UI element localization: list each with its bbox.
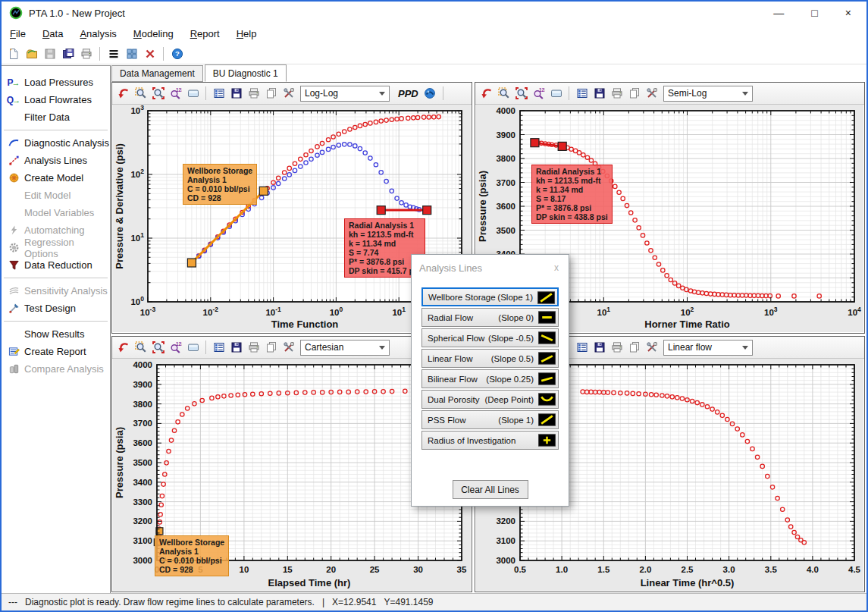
zoom-out-icon[interactable]: [150, 340, 166, 356]
analysis-line-button-bilinear-flow[interactable]: Bilinear Flow(Slope 0.25): [421, 369, 559, 388]
analysis-line-button-radius-of-investigation[interactable]: Radius of Investigation: [421, 431, 559, 450]
sidebar-item-create-model[interactable]: Create Model: [2, 169, 110, 187]
plot-options-icon[interactable]: [644, 86, 660, 102]
menu-report[interactable]: Report: [182, 26, 228, 42]
zoom-values-icon[interactable]: [168, 340, 183, 356]
new-project-icon[interactable]: [5, 46, 21, 61]
main-toolbar: [2, 43, 866, 64]
tab-data-management[interactable]: Data Management: [111, 65, 203, 82]
undo-icon[interactable]: [115, 86, 131, 102]
wellbore-storage-annotation[interactable]: Wellbore StorageAnalysis 1C = 0.010 bbl/…: [183, 164, 257, 205]
semilog-plot-type-select[interactable]: Semi-Log: [663, 86, 753, 102]
window-button-icon[interactable]: [185, 86, 201, 102]
slope-label: (Deep Point): [484, 395, 536, 404]
undo-icon[interactable]: [478, 86, 494, 102]
print-plot-icon[interactable]: [609, 86, 625, 102]
zoom-window-icon[interactable]: [496, 86, 512, 102]
data-table-icon[interactable]: [211, 340, 227, 356]
sidebar-item-sensitivity-analysis: Sensitivity Analysis: [2, 282, 110, 300]
zoom-out-icon[interactable]: [513, 86, 529, 102]
no-icon: [6, 190, 21, 202]
loglog-plot-type-select[interactable]: Log-Log: [300, 86, 390, 102]
analysis-line-button-dual-porosity[interactable]: Dual Porosity(Deep Point): [421, 390, 559, 409]
sidebar-item-diagnostic-analysis[interactable]: Diagnostic Analysis: [2, 134, 110, 152]
application-window: ? 123: [0, 0, 868, 612]
save-plot-icon[interactable]: [591, 340, 607, 356]
menu-data[interactable]: Data: [34, 26, 71, 42]
print-plot-icon[interactable]: [609, 340, 625, 356]
help-icon[interactable]: [169, 46, 185, 61]
menu-help[interactable]: Help: [228, 26, 265, 42]
sidebar-item-load-pressures[interactable]: P→Load Pressures: [2, 74, 110, 91]
svg-text:10-3: 10-3: [140, 306, 156, 317]
analysis-line-button-linear-flow[interactable]: Linear Flow(Slope 0.5): [421, 349, 559, 368]
copy-plot-icon[interactable]: [263, 86, 279, 102]
minimize-button[interactable]: —: [773, 7, 784, 19]
analysis-line-button-radial-flow[interactable]: Radial Flow(Slope 0): [421, 308, 559, 327]
analysis-line-button-spherical-flow[interactable]: Spherical Flow(Slope -0.5): [421, 328, 559, 347]
close-button[interactable]: ×: [845, 7, 851, 19]
derivative-options-icon[interactable]: [422, 86, 438, 102]
zoom-out-icon[interactable]: [150, 86, 166, 102]
save-plot-icon[interactable]: [228, 340, 244, 356]
slope-neg05-icon: [538, 331, 556, 344]
maximize-button[interactable]: □: [811, 7, 817, 19]
open-project-icon[interactable]: [24, 46, 39, 61]
print-plot-icon[interactable]: [246, 86, 262, 102]
plot-options-icon[interactable]: [644, 340, 660, 356]
menu-icon[interactable]: [105, 46, 121, 61]
save-plot-icon[interactable]: [228, 86, 244, 102]
window-button-icon[interactable]: [185, 340, 201, 356]
cartesian-plot-type-select[interactable]: Cartesian: [300, 340, 390, 356]
radial-analysis-annotation[interactable]: Radial Analysis 1kh = 1213.5 md-ftk = 11…: [531, 165, 613, 224]
sidebar-item-show-results[interactable]: Show Results: [2, 325, 110, 343]
copy-plot-icon[interactable]: [626, 340, 642, 356]
linearflow-plot-type-select[interactable]: Linear flow: [663, 340, 753, 356]
sidebar-item-filter-data[interactable]: Filter Data: [2, 108, 110, 126]
annotation-line: CD = 928: [187, 193, 252, 202]
menu-modeling[interactable]: Modeling: [125, 26, 182, 42]
ppd-toggle[interactable]: PPD: [398, 88, 418, 99]
menu-analysis[interactable]: Analysis: [71, 26, 124, 42]
sidebar-item-analysis-lines[interactable]: Analysis Lines: [2, 152, 110, 169]
svg-text:3200: 3200: [496, 516, 515, 526]
data-table-icon[interactable]: [574, 86, 590, 102]
svg-text:Elapsed Time (hr): Elapsed Time (hr): [268, 577, 351, 588]
cursor-x-coordinate: X=12.9541: [332, 597, 376, 607]
sidebar-item-create-report[interactable]: Create Report: [2, 343, 110, 360]
svg-text:3.5: 3.5: [765, 565, 778, 574]
save-plot-icon[interactable]: [591, 86, 607, 102]
window-button-icon[interactable]: [548, 86, 564, 102]
data-table-icon[interactable]: [574, 340, 590, 356]
wellbore-storage-annotation[interactable]: Wellbore StorageAnalysis 1C = 0.010 bbl/…: [155, 535, 229, 576]
copy-plot-icon[interactable]: [626, 86, 642, 102]
zoom-values-icon[interactable]: [531, 86, 547, 102]
close-views-icon[interactable]: [142, 46, 158, 61]
print-icon[interactable]: [78, 46, 94, 61]
zoom-window-icon[interactable]: [133, 86, 149, 102]
analysis-line-button-wellbore-storage[interactable]: Wellbore Storage(Slope 1): [421, 287, 559, 306]
zoom-window-icon[interactable]: [133, 340, 149, 356]
menu-file[interactable]: File: [2, 26, 34, 42]
sidebar-item-test-design[interactable]: Test Design: [2, 300, 110, 317]
tab-bu-diagnostic-1[interactable]: BU Diagnostic 1: [205, 64, 287, 82]
save-project-icon[interactable]: [42, 46, 58, 61]
undo-icon[interactable]: [115, 340, 131, 356]
data-table-icon[interactable]: [211, 86, 227, 102]
annotation-line: DP skin = 415.7 psi: [349, 266, 421, 275]
copy-plot-icon[interactable]: [263, 340, 279, 356]
plot-options-icon[interactable]: [280, 86, 296, 102]
svg-text:3.0: 3.0: [723, 565, 735, 574]
zoom-values-icon[interactable]: [168, 86, 183, 102]
print-plot-icon[interactable]: [246, 340, 262, 356]
svg-text:3500: 3500: [496, 226, 515, 235]
tile-windows-icon[interactable]: [124, 46, 139, 61]
analysis-line-button-pss-flow[interactable]: PSS Flow(Slope 1): [421, 410, 559, 429]
dialog-close-icon[interactable]: x: [549, 262, 564, 273]
plot-options-icon[interactable]: [280, 340, 296, 356]
save-all-icon[interactable]: [60, 46, 76, 61]
sidebar-item-load-flowrates[interactable]: Q→Load Flowrates: [2, 91, 110, 108]
slope-label: (Slope -0.5): [488, 334, 536, 343]
clear-all-lines-button[interactable]: Clear All Lines: [453, 480, 528, 499]
dialog-title-bar[interactable]: Analysis Lines x: [412, 255, 569, 277]
